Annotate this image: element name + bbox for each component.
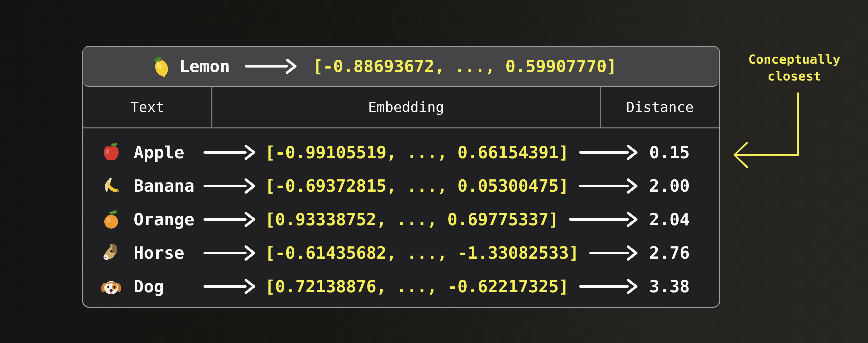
table-row: Apple [-0.99105519, ..., 0.66154391] 0.1… (83, 136, 719, 169)
apple-icon (101, 142, 121, 163)
annotation-elbow-arrow-icon (724, 88, 811, 177)
row-embedding: [0.72138876, ..., -0.62217325] (265, 277, 569, 296)
row-embedding: [0.93338752, ..., 0.69775337] (265, 210, 559, 229)
row-label: Horse (134, 243, 204, 263)
lemon-icon (150, 55, 173, 77)
row-label: Banana (134, 176, 204, 196)
arrow-right-icon (579, 144, 638, 161)
arrow-right-icon (579, 178, 638, 194)
arrow-right-icon (204, 178, 256, 194)
row-embedding: [-0.61435682, ..., -1.33082533] (265, 243, 579, 263)
row-distance: 2.00 (649, 176, 710, 196)
column-header-embedding: Embedding (211, 87, 601, 128)
arrow-right-icon (579, 278, 638, 295)
arrow-right-icon (569, 211, 638, 228)
query-row: Lemon [-0.88693672, ..., 0.59907770] (150, 55, 617, 77)
arrow-right-icon (589, 245, 638, 261)
query-embedding: [-0.88693672, ..., 0.59907770] (313, 57, 617, 76)
row-label: Dog (134, 277, 204, 296)
embedding-diagram: Lemon [-0.88693672, ..., 0.59907770] Tex… (0, 0, 868, 343)
dog-icon (101, 276, 121, 297)
arrow-right-icon (204, 278, 256, 295)
horse-icon (101, 243, 121, 263)
row-embedding: [-0.69372815, ..., 0.05300475] (265, 176, 569, 196)
table-row: Dog [0.72138876, ..., -0.62217325] 3.38 (83, 270, 719, 303)
row-distance: 2.76 (649, 243, 710, 263)
row-distance: 0.15 (649, 143, 710, 162)
arrow-right-icon (204, 245, 256, 261)
table-row: Orange [0.93338752, ..., 0.69775337] 2.0… (83, 203, 719, 236)
arrow-right-icon (245, 58, 297, 74)
query-label: Lemon (179, 57, 230, 76)
table-row: Horse [-0.61435682, ..., -1.33082533] 2.… (83, 237, 719, 269)
query-strip: Lemon [-0.88693672, ..., 0.59907770] (83, 47, 719, 87)
orange-icon (101, 209, 121, 230)
arrow-right-icon (204, 144, 256, 161)
arrow-right-icon (204, 211, 256, 228)
table-row: Banana [-0.69372815, ..., 0.05300475] 2.… (83, 170, 719, 202)
embedding-card: Lemon [-0.88693672, ..., 0.59907770] Tex… (82, 46, 720, 308)
banana-icon (101, 176, 121, 196)
row-distance: 3.38 (649, 277, 710, 296)
row-label: Apple (134, 143, 204, 162)
table-rows: Apple [-0.99105519, ..., 0.66154391] 0.1… (83, 129, 719, 307)
column-header-text: Text (83, 87, 211, 128)
row-distance: 2.04 (649, 210, 710, 229)
row-embedding: [-0.99105519, ..., 0.66154391] (265, 143, 569, 162)
table-column-headers: Text Embedding Distance (83, 87, 719, 129)
row-label: Orange (134, 210, 204, 229)
column-header-distance: Distance (601, 87, 719, 128)
annotation-label: Conceptually closest (737, 51, 852, 84)
